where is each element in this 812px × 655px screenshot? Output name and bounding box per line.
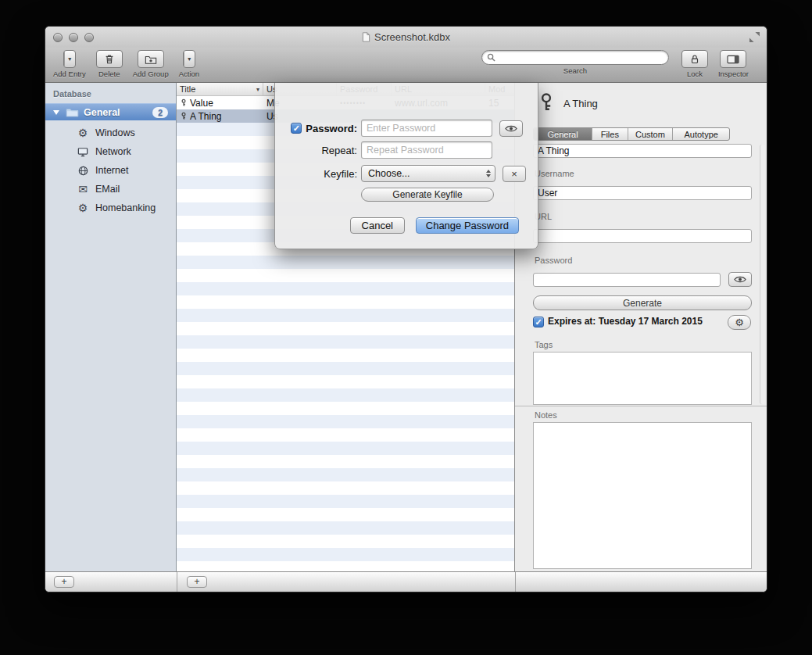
popup-arrows-icon	[486, 170, 491, 177]
sidebar-item-network[interactable]: Network	[45, 142, 176, 161]
keyfile-popup-value: Choose...	[368, 168, 410, 179]
bottom-bar: + +	[45, 571, 767, 592]
sidebar-item-email[interactable]: ✉ EMail	[45, 180, 176, 199]
column-header-title[interactable]: Title ▾	[177, 83, 263, 95]
generate-password-button[interactable]: Generate	[533, 295, 752, 310]
generate-keyfile-button[interactable]: Generate Keyfile	[361, 188, 494, 202]
dialog-repeat-label: Repeat:	[321, 145, 357, 156]
add-group-label: Add Group	[133, 70, 169, 78]
dialog-password-row: ✓ Password:	[275, 120, 538, 137]
envelope-icon: ✉	[77, 184, 89, 195]
repeat-password-input[interactable]	[361, 141, 492, 159]
delete-label: Delete	[98, 70, 120, 78]
eye-icon	[734, 275, 746, 284]
titlebar[interactable]: Screenshot.kdbx	[45, 27, 767, 48]
expires-label: Expires at: Tuesday 17 March 2015	[548, 316, 703, 327]
tab-custom[interactable]: Custom	[628, 128, 674, 140]
inspector-tabbar: General Files Custom Autotype	[533, 127, 730, 141]
tab-autotype[interactable]: Autotype	[673, 128, 729, 140]
trash-icon	[104, 53, 115, 65]
disclosure-triangle-icon[interactable]	[53, 110, 59, 115]
password-input[interactable]	[361, 120, 492, 137]
sidebar-group-label: General	[84, 107, 120, 118]
toolbar-item-search: Search	[481, 50, 669, 75]
dialog-password-label: Password:	[306, 123, 357, 134]
toolbar-item-delete: Delete	[96, 50, 123, 78]
dialog-actions: Cancel Change Password	[350, 217, 519, 234]
username-field[interactable]	[533, 186, 752, 200]
tab-files[interactable]: Files	[592, 128, 628, 140]
inspector-panel-icon	[727, 54, 739, 65]
sidebar-item-windows[interactable]: ⚙ Windows	[45, 123, 176, 142]
section-divider	[515, 406, 767, 406]
url-field[interactable]	[533, 229, 752, 243]
chevron-down-icon[interactable]: ▾	[184, 51, 195, 67]
sidebar-section-header: Database	[53, 89, 91, 98]
notes-label: Notes	[535, 410, 557, 420]
desktop: Screenshot.kdbx ▾ Add Entry	[0, 0, 812, 655]
lock-label: Lock	[687, 70, 703, 78]
action-button[interactable]: ⚙ ▾	[183, 50, 195, 68]
sort-indicator-icon: ▾	[256, 86, 259, 93]
toolbar-item-add-entry: ▾ Add Entry	[53, 50, 86, 78]
expires-checkbox[interactable]: ✓	[533, 317, 544, 328]
title-field[interactable]	[533, 144, 752, 158]
search-label: Search	[563, 66, 587, 75]
sidebar-item-label: Homebanking	[95, 202, 156, 213]
sidebar-item-homebanking[interactable]: ⚙ Homebanking	[45, 199, 176, 217]
password-field[interactable]	[533, 273, 721, 287]
show-password-button[interactable]	[499, 120, 523, 137]
change-password-button[interactable]: Change Password	[416, 217, 519, 234]
add-group-plus-button[interactable]: +	[54, 576, 74, 588]
search-input[interactable]	[499, 52, 664, 63]
divider	[177, 572, 177, 592]
lock-button[interactable]	[681, 50, 708, 68]
toolbar-item-inspector: Inspector	[718, 50, 749, 78]
tab-general[interactable]: General	[534, 128, 592, 140]
app-window: Screenshot.kdbx ▾ Add Entry	[45, 26, 767, 592]
sidebar-item-label: Network	[95, 146, 131, 157]
add-group-button[interactable]	[138, 50, 164, 68]
notes-input[interactable]	[533, 422, 752, 569]
expires-options-button[interactable]: ⚙	[728, 315, 751, 330]
cancel-button[interactable]: Cancel	[350, 217, 405, 234]
search-field[interactable]	[481, 50, 669, 65]
username-label: Username	[535, 169, 574, 178]
sidebar: Database General 2 ⚙ Windows	[45, 83, 177, 571]
delete-button[interactable]	[96, 50, 123, 68]
key-icon	[180, 112, 188, 120]
clear-keyfile-button[interactable]: ×	[503, 166, 526, 182]
password-enable-checkbox[interactable]: ✓	[291, 123, 302, 134]
sidebar-group-general[interactable]: General 2	[45, 103, 176, 120]
gear-icon: ⚙	[77, 127, 89, 138]
sidebar-item-label: Internet	[95, 165, 128, 176]
folder-plus-icon	[145, 54, 157, 65]
sidebar-item-internet[interactable]: Internet	[45, 161, 176, 180]
gear-icon: ⚙	[77, 202, 89, 213]
display-icon	[77, 147, 89, 157]
add-entry-label: Add Entry	[53, 70, 86, 78]
inspector-toggle-button[interactable]	[720, 50, 746, 68]
sidebar-item-label: EMail	[95, 184, 120, 195]
fullscreen-icon[interactable]	[749, 32, 760, 42]
toolbar: ▾ Add Entry Delete Add Group	[45, 48, 767, 83]
divider	[515, 572, 516, 592]
dialog-keyfile-row: Keyfile: Choose... ×	[275, 165, 538, 182]
inspector-entry-title: A Thing	[563, 98, 598, 109]
gear-icon: ⚙	[735, 317, 744, 328]
reveal-password-button[interactable]	[728, 272, 752, 287]
toolbar-item-add-group: Add Group	[133, 50, 169, 78]
tags-input[interactable]	[533, 352, 752, 405]
keyfile-popup[interactable]: Choose...	[361, 165, 495, 182]
inspector-panel: A Thing General Files Custom Autotype Us…	[515, 83, 767, 571]
window-title: Screenshot.kdbx	[374, 31, 450, 43]
entry-count-badge: 2	[152, 107, 168, 118]
sidebar-item-label: Windows	[95, 127, 135, 138]
scrollbar[interactable]	[760, 145, 765, 404]
add-entry-button[interactable]: ▾	[63, 50, 76, 68]
dialog-repeat-row: Repeat:	[275, 141, 538, 159]
action-label: Action	[179, 70, 199, 78]
add-entry-plus-button[interactable]: +	[187, 576, 207, 588]
chevron-down-icon[interactable]: ▾	[64, 51, 75, 67]
folder-icon	[66, 107, 79, 117]
